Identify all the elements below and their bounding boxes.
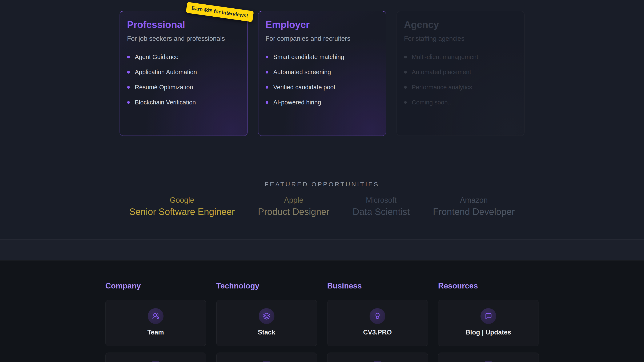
plan-subtitle: For job seekers and professionals <box>127 35 240 42</box>
footer-card-label: CV3.PRO <box>363 329 392 336</box>
spacer-band <box>0 239 644 260</box>
job-role: Senior Software Engineer <box>129 206 235 217</box>
footer-card-blog[interactable]: Blog | Updates <box>438 300 539 346</box>
bullet-icon <box>127 71 130 74</box>
featured-heading: FEATURED OPPORTUNITIES <box>0 156 644 188</box>
plan-feature-list: Multi-client management Automated placem… <box>404 53 517 106</box>
icon-circle <box>259 308 274 324</box>
footer-card-partial <box>438 353 539 362</box>
plan-feature: Automated placement <box>404 68 517 76</box>
page: Earn $$$ for Interviews! Professional Fo… <box>0 0 644 362</box>
users-icon <box>152 313 159 320</box>
plan-card-agency: Agency For staffing agencies Multi-clien… <box>396 11 525 136</box>
plan-feature: Résumé Optimization <box>127 84 240 91</box>
footer-card-label: Team <box>147 329 164 336</box>
footer-card-label: Blog | Updates <box>466 329 511 336</box>
plan-title: Agency <box>404 19 517 30</box>
icon-circle <box>148 361 164 362</box>
plan-feature: Blockchain Verification <box>127 99 240 106</box>
featured-job-microsoft[interactable]: Microsoft Data Scientist <box>353 196 410 217</box>
layers-icon <box>263 313 270 320</box>
icon-circle <box>480 361 496 362</box>
plan-feature-list: Smart candidate matching Automated scree… <box>266 53 378 106</box>
plan-feature: Smart candidate matching <box>266 53 378 60</box>
featured-job-google[interactable]: Google Senior Software Engineer <box>129 196 235 217</box>
bullet-icon <box>266 56 268 58</box>
icon-circle <box>148 308 164 324</box>
plan-feature: Agent Guidance <box>127 53 240 60</box>
footer-card-partial <box>106 353 206 362</box>
footer-col-heading: Resources <box>438 282 539 290</box>
job-company: Microsoft <box>353 196 410 205</box>
plan-card-professional[interactable]: Professional For job seekers and profess… <box>120 11 248 136</box>
job-role: Product Designer <box>258 206 330 217</box>
plan-feature: Automated screening <box>266 68 378 76</box>
plan-feature: Multi-client management <box>404 53 517 60</box>
footer-col-technology: Technology Stack <box>216 282 317 362</box>
footer-col-heading: Technology <box>216 282 317 290</box>
footer-col-resources: Resources Blog | Updates <box>438 282 539 362</box>
icon-circle <box>370 308 385 324</box>
message-icon <box>485 313 492 320</box>
job-role: Frontend Developer <box>433 206 515 217</box>
plan-cards: Professional For job seekers and profess… <box>0 0 644 136</box>
footer-col-company: Company Team <box>106 282 206 362</box>
bullet-icon <box>266 101 268 104</box>
featured-section: FEATURED OPPORTUNITIES Google Senior Sof… <box>0 156 644 239</box>
plan-feature: AI-powered hiring <box>266 99 378 106</box>
footer-card-partial <box>327 353 428 362</box>
plan-subtitle: For companies and recruiters <box>266 35 378 42</box>
bullet-icon <box>127 101 130 104</box>
plan-subtitle: For staffing agencies <box>404 35 517 42</box>
plan-title: Professional <box>127 19 240 30</box>
plan-card-employer[interactable]: Employer For companies and recruiters Sm… <box>258 11 386 136</box>
plan-feature-list: Agent Guidance Application Automation Ré… <box>127 53 240 106</box>
footer-col-business: Business CV3.PRO <box>327 282 428 362</box>
footer-card-cv3pro[interactable]: CV3.PRO <box>327 300 428 346</box>
featured-job-amazon[interactable]: Amazon Frontend Developer <box>433 196 515 217</box>
footer-card-partial <box>216 353 317 362</box>
footer-columns: Company Team Technology <box>0 282 644 362</box>
footer: Company Team Technology <box>0 260 644 362</box>
plan-feature: Application Automation <box>127 68 240 76</box>
bullet-icon <box>404 101 407 104</box>
job-company: Google <box>129 196 235 205</box>
bullet-icon <box>266 86 268 89</box>
footer-card-team[interactable]: Team <box>106 300 206 346</box>
footer-card-label: Stack <box>258 329 275 336</box>
award-icon <box>374 313 381 320</box>
job-role: Data Scientist <box>353 206 410 217</box>
pricing-section: Earn $$$ for Interviews! Professional Fo… <box>0 0 644 156</box>
plan-feature: Verified candidate pool <box>266 84 378 91</box>
icon-circle <box>480 308 496 324</box>
bullet-icon <box>404 71 407 74</box>
featured-jobs: Google Senior Software Engineer Apple Pr… <box>0 196 644 217</box>
icon-circle <box>370 361 385 362</box>
job-company: Apple <box>258 196 330 205</box>
bullet-icon <box>127 56 130 58</box>
icon-circle <box>259 361 274 362</box>
job-company: Amazon <box>433 196 515 205</box>
featured-job-apple[interactable]: Apple Product Designer <box>258 196 330 217</box>
footer-col-heading: Company <box>106 282 206 290</box>
plan-title: Employer <box>266 19 378 30</box>
bullet-icon <box>404 86 407 89</box>
bullet-icon <box>404 56 407 58</box>
plan-feature: Performance analytics <box>404 84 517 91</box>
footer-col-heading: Business <box>327 282 428 290</box>
bullet-icon <box>127 86 130 89</box>
bullet-icon <box>266 71 268 74</box>
footer-card-stack[interactable]: Stack <box>216 300 317 346</box>
plan-feature: Coming soon... <box>404 99 517 106</box>
